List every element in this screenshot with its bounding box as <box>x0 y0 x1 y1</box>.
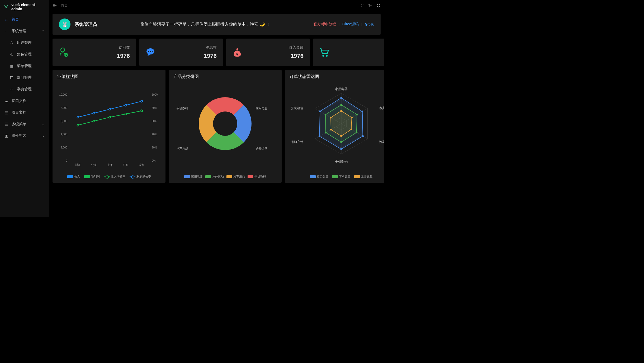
sidebar-item-dept[interactable]: ⚃部门管理 <box>0 72 49 83</box>
stat-label: 收入金额 <box>289 45 304 50</box>
money-icon: ¥ <box>232 47 243 58</box>
welcome-card: 🐰 系统管理员 偷偷向银河要了一把碎星，只等你闭上眼睛撒入你的梦中，晚安 🌙 ！… <box>53 14 381 35</box>
legend-income[interactable]: 收入 <box>67 175 80 179</box>
radar-axis-label: 家用电器 <box>335 87 348 91</box>
svg-point-38 <box>340 141 342 143</box>
sidebar-item-label: 首页 <box>12 17 19 22</box>
stat-card-messages: 消息数1976 <box>139 39 223 66</box>
message-icon <box>145 47 156 58</box>
sidebar-item-user[interactable]: ♙用户管理 <box>0 37 49 49</box>
svg-point-37 <box>356 132 357 133</box>
sidebar-item-multilevel[interactable]: ☰多级菜单⌄ <box>0 118 49 130</box>
legend-outdoor[interactable]: 户外运动 <box>205 175 224 179</box>
chevron-up-icon: ⌃ <box>42 29 45 33</box>
cart-icon <box>319 47 329 58</box>
settings-icon[interactable] <box>376 3 381 8</box>
app-logo: vue3-element-admin <box>0 0 49 14</box>
sidebar-item-component[interactable]: ▣组件封装⌄ <box>0 130 49 142</box>
svg-point-34 <box>319 110 321 112</box>
pie-label-phone: 手机数码 <box>177 106 188 110</box>
stat-value: 1976 <box>204 53 217 59</box>
link-gitee[interactable]: Gitee源码 <box>342 22 358 27</box>
sidebar-item-label: 组件封装 <box>12 133 26 138</box>
radar-chart-card: 订单状态雷达图 家用电器 家具厨具 汽车用品 手机数码 运动户外 服装箱包 预定… <box>285 70 384 183</box>
legend-reserve[interactable]: 预定数量 <box>310 175 328 179</box>
home-icon: ⌂ <box>4 17 8 22</box>
legend-phone[interactable]: 手机数码 <box>248 175 266 179</box>
legend-shipped[interactable]: 发货数量 <box>354 175 373 179</box>
sidebar-item-label: 菜单管理 <box>17 64 32 68</box>
moon-icon: 🌙 <box>260 22 265 26</box>
chevron-down-icon: ⌄ <box>42 122 45 126</box>
legend-car[interactable]: 汽车用品 <box>226 175 245 179</box>
greeting-text: 偷偷向银河要了一把碎星，只等你闭上眼睛撒入你的梦中，晚安 🌙 ！ <box>97 22 314 27</box>
sidebar-item-label: 部门管理 <box>17 75 32 80</box>
radar-axis-label: 汽车用品 <box>379 140 384 144</box>
radar-axis-label: 家具厨具 <box>379 106 384 110</box>
sidebar-item-role[interactable]: ♔角色管理 <box>0 49 49 60</box>
legend-profit-growth[interactable]: 利润增长率 <box>130 175 151 179</box>
legend-ordered[interactable]: 下单数量 <box>332 175 351 179</box>
sidebar-item-label: 字典管理 <box>17 87 32 92</box>
legend-income-growth[interactable]: 收入增长率 <box>104 175 125 179</box>
legend-appliance[interactable]: 家用电器 <box>184 175 203 179</box>
link-github[interactable]: GitHu <box>365 22 374 26</box>
bar-chart: 10,0008,0006,0004,0002,0000 100%80%60%40… <box>57 82 161 179</box>
chart-title: 业绩柱状图 <box>57 74 161 80</box>
sidebar-item-home[interactable]: ⌂首页 <box>0 14 49 25</box>
svg-point-33 <box>319 135 320 137</box>
role-icon: ♔ <box>10 52 14 57</box>
list-icon: ☰ <box>4 122 8 126</box>
svg-point-35 <box>340 104 342 106</box>
dict-icon: ▱ <box>10 87 14 91</box>
svg-point-8 <box>152 51 153 52</box>
stat-value: 1976 <box>289 53 304 59</box>
svg-point-45 <box>330 129 332 131</box>
svg-point-11 <box>322 55 324 57</box>
fullscreen-icon[interactable] <box>361 3 365 8</box>
cloud-icon: ☁ <box>4 99 8 103</box>
svg-point-43 <box>350 128 352 130</box>
sidebar-item-label: 接口文档 <box>12 99 26 103</box>
sidebar-item-label: 用户管理 <box>17 40 32 45</box>
gear-icon: ▫ <box>4 29 8 33</box>
vue-logo-icon <box>4 4 9 10</box>
svg-text:T: T <box>370 5 372 7</box>
svg-point-31 <box>362 135 364 137</box>
topbar: 首页 TT <box>49 0 384 11</box>
svg-point-9 <box>236 48 238 50</box>
svg-point-6 <box>148 51 149 52</box>
doc-icon: ▤ <box>4 110 8 115</box>
sidebar-item-label: 角色管理 <box>17 52 32 57</box>
radar-chart: 家用电器 家具厨具 汽车用品 手机数码 运动户外 服装箱包 预定数量 下单数量 … <box>290 82 384 179</box>
stat-label: 消息数 <box>204 45 217 50</box>
app-title: vue3-element-admin <box>11 3 45 11</box>
svg-point-12 <box>326 55 328 57</box>
stat-card-income: ¥ 收入金额1976 <box>226 39 310 66</box>
pie-label-outdoor: 户外运动 <box>256 147 267 151</box>
sidebar: vue3-element-admin ⌂首页 ▫系统管理⌃ ♙用户管理 ♔角色管… <box>0 0 49 217</box>
svg-text:¥: ¥ <box>236 52 238 56</box>
link-tutorial[interactable]: 官方0到1教程 <box>314 22 336 27</box>
pie-chart-card: 产品分类饼图 家用电器 户外运动 汽车用品 手机数码 家用电器 户外运动 汽车用… <box>169 70 282 183</box>
pie-label-appliance: 家用电器 <box>256 106 267 110</box>
svg-text:T: T <box>368 4 370 7</box>
hamburger-icon[interactable] <box>53 3 57 8</box>
pie-label-car: 汽车用品 <box>177 147 188 151</box>
chart-title: 订单状态雷达图 <box>290 74 384 80</box>
sidebar-item-proj[interactable]: ▤项目文档 <box>0 107 49 118</box>
stat-value: 1976 <box>117 53 130 59</box>
radar-axis-label: 手机数码 <box>335 159 348 164</box>
sidebar-item-menu[interactable]: ▦菜单管理 <box>0 60 49 72</box>
pie-chart: 家用电器 户外运动 汽车用品 手机数码 家用电器 户外运动 汽车用品 手机数码 <box>173 82 277 179</box>
sidebar-item-label: 多级菜单 <box>12 122 26 127</box>
legend-gross[interactable]: 毛利润 <box>84 175 100 179</box>
breadcrumb: 首页 <box>61 3 68 8</box>
avatar: 🐰 <box>59 18 70 30</box>
svg-point-3 <box>61 48 65 52</box>
textsize-icon[interactable]: TT <box>368 3 373 8</box>
sidebar-item-system[interactable]: ▫系统管理⌃ <box>0 25 49 37</box>
svg-point-36 <box>356 114 358 115</box>
sidebar-item-api[interactable]: ☁接口文档 <box>0 95 49 107</box>
sidebar-item-dict[interactable]: ▱字典管理 <box>0 83 49 95</box>
